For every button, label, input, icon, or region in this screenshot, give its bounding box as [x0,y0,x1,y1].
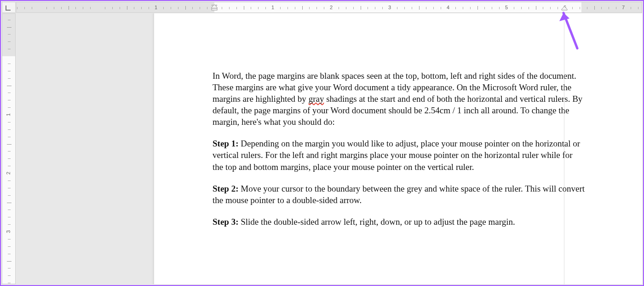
hanging-indent-marker[interactable] [211,4,218,12]
v-ruler-top-margin-shade [2,14,15,56]
document-scroll-area[interactable]: In Word, the page margins are blank spac… [16,13,642,284]
svg-rect-2 [212,8,217,10]
step1-text: Depending on the margin you would like t… [213,139,580,171]
step1-label: Step 1: [213,139,238,148]
right-indent-marker[interactable] [561,4,568,12]
vertical-ruler[interactable]: 123 [2,13,16,284]
document-page[interactable]: In Word, the page margins are blank spac… [154,13,642,284]
svg-marker-3 [562,6,567,10]
spelling-error-word[interactable]: gray [309,94,324,104]
document-body-text[interactable]: In Word, the page margins are blank spac… [213,70,585,238]
step3-label: Step 3: [213,217,238,227]
h-ruler-ticks: 11234567 [17,2,642,12]
step2-label: Step 2: [213,184,238,193]
ruler-corner-tab-selector[interactable] [2,2,16,13]
step3-text: Slide the double-sided arrow left, right… [238,217,515,227]
horizontal-ruler[interactable]: 11234567 [16,2,642,13]
right-margin-guide-line [564,13,564,284]
step2-text: Move your cursor to the boundary between… [213,184,585,205]
svg-marker-1 [212,5,217,8]
